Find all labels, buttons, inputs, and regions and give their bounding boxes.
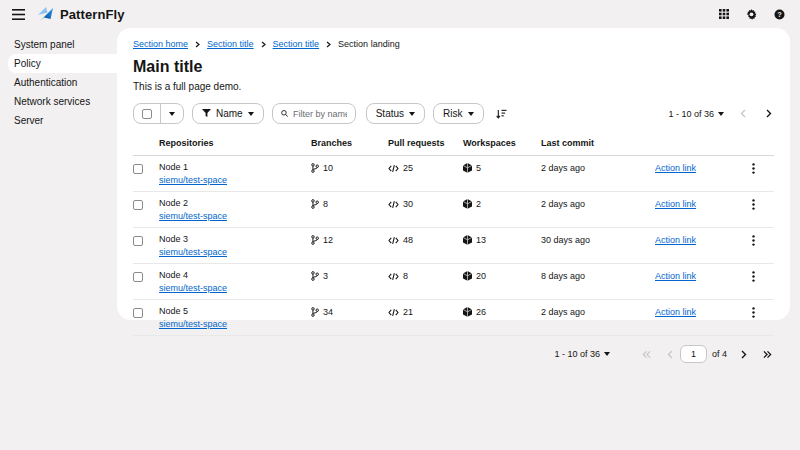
sidebar-item-policy[interactable]: Policy — [8, 54, 117, 73]
row-checkbox[interactable] — [133, 308, 143, 318]
last-commit: 30 days ago — [541, 234, 655, 245]
caret-down-icon — [604, 352, 610, 356]
code-icon — [388, 200, 399, 209]
cube-icon — [463, 199, 472, 209]
angle-right-icon — [741, 350, 747, 359]
angle-left-icon — [740, 109, 746, 118]
row-checkbox[interactable] — [133, 236, 143, 246]
action-link[interactable]: Action link — [655, 271, 696, 281]
kebab-menu-button[interactable] — [748, 234, 759, 247]
pull-requests-count: 48 — [403, 235, 413, 245]
row-checkbox[interactable] — [133, 164, 143, 174]
breadcrumb-link-section-2[interactable]: Section title — [273, 39, 320, 49]
code-branch-icon — [311, 307, 319, 317]
gear-icon — [746, 9, 757, 20]
code-branch-icon — [311, 163, 319, 173]
node-name: Node 2 — [159, 198, 311, 208]
app-launcher-button[interactable] — [718, 8, 730, 20]
status-filter-dropdown[interactable]: Status — [366, 103, 425, 124]
sidebar-item-server[interactable]: Server — [0, 111, 117, 130]
action-link[interactable]: Action link — [655, 235, 696, 245]
brand-name: PatternFly — [60, 7, 125, 22]
kebab-icon — [752, 163, 755, 174]
col-pull-requests: Pull requests — [388, 138, 463, 148]
chevron-right-icon — [195, 41, 200, 48]
workspaces-count: 5 — [476, 163, 481, 173]
name-filter-label: Name — [216, 108, 243, 119]
next-page-button[interactable] — [739, 348, 749, 361]
last-page-button[interactable] — [761, 348, 774, 361]
workspaces-count: 26 — [476, 307, 486, 317]
branches-count: 8 — [323, 199, 328, 209]
last-commit: 2 days ago — [541, 198, 655, 209]
col-branches: Branches — [311, 138, 388, 148]
repo-space-link[interactable]: siemu/test-space — [159, 283, 227, 293]
masthead: PatternFly ? — [0, 0, 800, 28]
kebab-icon — [752, 271, 755, 282]
search-input[interactable] — [293, 109, 347, 119]
code-branch-icon — [311, 235, 319, 245]
question-circle-icon: ? — [774, 9, 785, 20]
sort-button[interactable] — [494, 107, 509, 121]
hamburger-icon — [12, 9, 25, 20]
table-body: Node 1 siemu/test-space 10 25 5 2 days a… — [133, 156, 774, 336]
menu-toggle-button[interactable] — [10, 7, 27, 22]
angle-right-icon — [766, 109, 772, 118]
caret-down-icon — [718, 112, 724, 116]
bottom-pagination-menu[interactable]: 1 - 10 of 36 — [554, 349, 610, 359]
bulk-select-toggle[interactable] — [161, 104, 183, 123]
breadcrumb-link-home[interactable]: Section home — [133, 39, 188, 49]
breadcrumb: Section home Section title Section title… — [133, 39, 774, 49]
action-link[interactable]: Action link — [655, 199, 696, 209]
page-count-label: of 4 — [712, 349, 727, 359]
sidebar-item-authentication[interactable]: Authentication — [0, 73, 117, 92]
repo-space-link[interactable]: siemu/test-space — [159, 319, 227, 329]
name-filter-dropdown[interactable]: Name — [192, 103, 264, 124]
repo-space-link[interactable]: siemu/test-space — [159, 211, 227, 221]
kebab-menu-button[interactable] — [748, 270, 759, 283]
repo-space-link[interactable]: siemu/test-space — [159, 175, 227, 185]
action-link[interactable]: Action link — [655, 163, 696, 173]
current-page-input[interactable] — [680, 345, 707, 363]
sidebar-item-system-panel[interactable]: System panel — [0, 35, 117, 54]
bulk-select-checkbox[interactable] — [142, 109, 152, 119]
next-page-button[interactable] — [764, 107, 774, 120]
branches-count: 12 — [323, 235, 333, 245]
sidebar-nav: System panel Policy Authentication Netwo… — [0, 28, 117, 450]
node-name: Node 4 — [159, 270, 311, 280]
pull-requests-count: 8 — [403, 271, 408, 281]
patternfly-logo-icon — [37, 6, 54, 22]
status-filter-label: Status — [376, 108, 404, 119]
angle-left-icon — [667, 350, 673, 359]
search-icon — [281, 109, 288, 118]
risk-filter-dropdown[interactable]: Risk — [433, 103, 483, 124]
row-checkbox[interactable] — [133, 200, 143, 210]
top-pagination: 1 - 10 of 36 — [668, 107, 774, 120]
filter-icon — [202, 109, 211, 118]
main-panel: Section home Section title Section title… — [117, 28, 790, 320]
table-row: Node 1 siemu/test-space 10 25 5 2 days a… — [133, 156, 774, 192]
kebab-menu-button[interactable] — [748, 306, 759, 319]
masthead-actions: ? — [718, 8, 786, 21]
repo-space-link[interactable]: siemu/test-space — [159, 247, 227, 257]
caret-down-icon — [169, 112, 175, 116]
settings-button[interactable] — [745, 8, 758, 21]
prev-page-button[interactable] — [665, 348, 675, 361]
kebab-menu-button[interactable] — [748, 198, 759, 211]
top-pagination-menu[interactable]: 1 - 10 of 36 — [668, 109, 724, 119]
row-checkbox[interactable] — [133, 272, 143, 282]
kebab-menu-button[interactable] — [748, 162, 759, 175]
kebab-icon — [752, 199, 755, 210]
first-page-button[interactable] — [640, 348, 653, 361]
sort-amount-icon — [496, 109, 507, 119]
prev-page-button[interactable] — [738, 107, 748, 120]
breadcrumb-link-section-1[interactable]: Section title — [207, 39, 254, 49]
action-link[interactable]: Action link — [655, 307, 696, 317]
cube-icon — [463, 307, 472, 317]
bulk-select-checkbox-segment[interactable] — [134, 104, 161, 123]
sidebar-item-network-services[interactable]: Network services — [0, 92, 117, 111]
code-branch-icon — [311, 199, 319, 209]
help-button[interactable]: ? — [773, 8, 786, 21]
cube-icon — [463, 163, 472, 173]
angle-double-right-icon — [763, 350, 772, 359]
